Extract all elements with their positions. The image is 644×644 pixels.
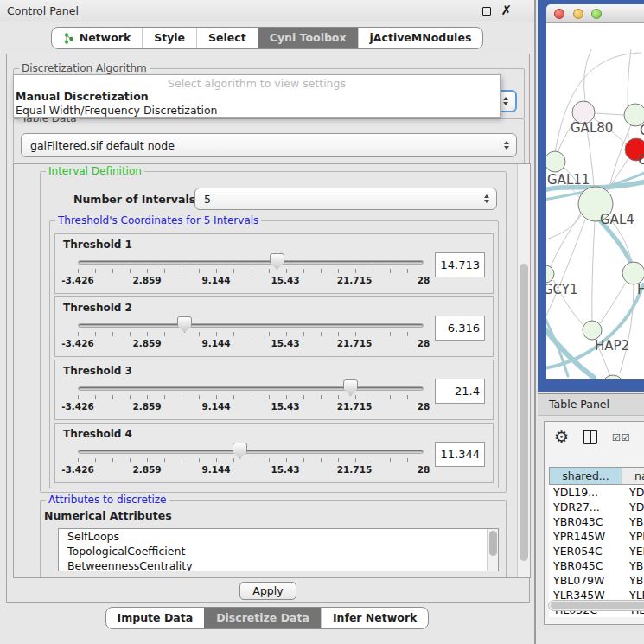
tab-cyni-toolbox[interactable]: Cyni Toolbox xyxy=(258,28,358,48)
edge xyxy=(592,221,595,321)
algorithm-dropdown-popup: Select algorithm to view settings Manual… xyxy=(13,74,501,118)
numerical-attributes-list[interactable]: SelfLoops TopologicalCoefficient Between… xyxy=(58,528,499,571)
tab-jactivemnodules[interactable]: jActiveMNodules xyxy=(358,28,483,48)
table-data-value: galFiltered.sif default node xyxy=(30,139,175,152)
threshold-4-slider: -3.426 2.859 9.144 21.715 15.43 28 xyxy=(78,424,424,482)
threshold-2-box: Threshold 2 -3.426 2.859 9.144 15.43 xyxy=(54,296,494,357)
interval-definition-group: Interval Definition Number of Intervals … xyxy=(40,171,507,493)
node-label: C xyxy=(638,152,644,168)
settings-scrollbar[interactable] xyxy=(517,164,530,577)
spinner-icon xyxy=(503,97,508,105)
network-canvas[interactable]: GAL80 G C GAL11 GAL4 GCY1 H HAP2 xyxy=(546,23,644,379)
list-scrollbar[interactable] xyxy=(487,529,498,571)
slider-scale-labels: -3.426 2.859 9.144 15.43 21.715 28 xyxy=(78,338,424,349)
interval-definition-title: Interval Definition xyxy=(46,165,144,177)
dropdown-hint: Select algorithm to view settings xyxy=(14,77,500,90)
node-label: GAL80 xyxy=(571,120,613,136)
threshold-1-value-field[interactable]: 14.713 xyxy=(435,252,485,277)
float-window-icon[interactable] xyxy=(482,7,491,16)
tab-style[interactable]: Style xyxy=(142,28,196,48)
network-window-titlebar[interactable] xyxy=(546,4,644,23)
slider-ticks xyxy=(78,332,424,336)
slider-ticks xyxy=(78,395,424,399)
table-row[interactable]: YER054CYER0 xyxy=(549,544,644,558)
slider-track[interactable] xyxy=(78,260,424,265)
table-row[interactable]: YBR043CYBR0 xyxy=(549,514,644,529)
bottom-tab-strip: Impute Data Discretize Data Infer Networ… xyxy=(0,607,534,629)
cyni-toolbox-content: Discretization Algorithm Select algorith… xyxy=(6,54,530,603)
algorithm-group-title: Discretization Algorithm xyxy=(19,62,150,74)
spinner-icon xyxy=(504,141,509,150)
slider-ticks xyxy=(78,269,424,273)
window-title: Control Panel xyxy=(7,0,79,22)
apply-button[interactable]: Apply xyxy=(239,582,296,600)
num-intervals-label: Number of Intervals xyxy=(73,193,195,206)
node-label: GAL4 xyxy=(600,212,634,227)
dropdown-option-equal-width[interactable]: Equal Width/Frequency Discretization xyxy=(16,104,498,118)
threshold-1-box: Threshold 1 -3.426 2.859 9.144 15.43 xyxy=(54,233,494,294)
threshold-4-value-field[interactable]: 11.344 xyxy=(435,442,485,467)
table-data-combobox[interactable]: galFiltered.sif default node xyxy=(21,133,517,157)
close-light-icon[interactable] xyxy=(554,9,564,19)
threshold-1-slider: -3.426 2.859 9.144 15.43 21.715 28 xyxy=(78,234,424,293)
attributes-group: Attributes to discretize Numerical Attri… xyxy=(40,500,507,578)
column-header-shared-name[interactable]: shared... xyxy=(549,467,622,485)
list-item[interactable]: BetweennessCentrality xyxy=(59,558,498,571)
split-panel-icon[interactable] xyxy=(583,430,597,444)
slider-scale-labels: -3.426 2.859 9.144 21.715 15.43 28 xyxy=(78,464,424,475)
node-gal11[interactable] xyxy=(546,151,565,172)
dropdown-option-manual[interactable]: Manual Discretization xyxy=(16,90,498,104)
slider-thumb[interactable] xyxy=(270,253,284,270)
list-item[interactable]: SelfLoops xyxy=(59,529,498,544)
table-horizontal-scrollbar[interactable] xyxy=(548,600,644,611)
threshold-2-value-field[interactable]: 6.316 xyxy=(435,316,485,341)
gear-icon[interactable]: ⚙ xyxy=(554,427,569,446)
close-icon[interactable]: ✗ xyxy=(501,3,512,18)
tab-network[interactable]: Network xyxy=(52,28,143,48)
table-row[interactable]: YPR145WYPR1 xyxy=(549,529,644,544)
top-tab-strip: Network Style Select Cyni Toolbox jActiv… xyxy=(0,27,534,49)
minimize-light-icon[interactable] xyxy=(573,9,583,19)
slider-track[interactable] xyxy=(78,323,424,328)
thresholds-group: Threshold's Coordinates for 5 Intervals … xyxy=(49,220,499,488)
node-label: HAP2 xyxy=(595,338,629,354)
control-panel-titlebar: Control Panel ✗ xyxy=(0,0,534,22)
tab-impute-data[interactable]: Impute Data xyxy=(106,608,205,628)
network-window: GAL80 G C GAL11 GAL4 GCY1 H HAP2 xyxy=(538,0,644,392)
table-row[interactable]: YBR045CYBR0 xyxy=(549,558,644,573)
table-row[interactable]: YDR27...YDR2 xyxy=(549,500,644,514)
threshold-3-value-field[interactable]: 21.4 xyxy=(435,379,485,404)
node-label: GCY1 xyxy=(546,282,578,297)
column-header-name[interactable]: na xyxy=(622,467,644,485)
edge xyxy=(546,215,581,239)
table-panel-header: Table Panel xyxy=(538,393,644,416)
edge xyxy=(595,113,624,115)
table-row[interactable]: YDL19...YDL1 xyxy=(549,485,644,500)
node-partial-bottom[interactable] xyxy=(602,375,624,379)
node-label: GAL11 xyxy=(547,172,590,188)
node-hap2[interactable] xyxy=(583,321,602,340)
threshold-3-slider: -3.426 2.859 9.144 15.43 21.715 28 xyxy=(78,360,424,419)
edge xyxy=(584,49,591,101)
numerical-attributes-label: Numerical Attributes xyxy=(44,509,172,522)
slider-thumb[interactable] xyxy=(177,316,192,333)
num-intervals-combobox[interactable]: 5 xyxy=(194,188,497,210)
table-panel-title: Table Panel xyxy=(549,394,609,415)
slider-thumb[interactable] xyxy=(343,379,358,396)
tab-infer-network[interactable]: Infer Network xyxy=(321,608,429,628)
network-icon xyxy=(63,33,74,44)
tab-discretize-data[interactable]: Discretize Data xyxy=(204,608,321,628)
checked-boxes-icon[interactable]: ☑☑ xyxy=(612,432,631,443)
slider-thumb[interactable] xyxy=(233,443,247,459)
edge xyxy=(620,284,634,373)
slider-scale-labels: -3.426 2.859 9.144 15.43 21.715 28 xyxy=(78,275,424,286)
tab-select[interactable]: Select xyxy=(196,28,258,48)
slider-track[interactable] xyxy=(78,386,424,391)
threshold-2-slider: -3.426 2.859 9.144 15.43 21.715 28 xyxy=(78,297,424,356)
table-row[interactable]: YBL079WYBL0 xyxy=(549,573,644,588)
zoom-light-icon[interactable] xyxy=(591,9,602,19)
attributes-group-title: Attributes to discretize xyxy=(46,494,169,506)
slider-track[interactable] xyxy=(78,450,424,454)
node-gcy1[interactable] xyxy=(546,265,554,283)
list-item[interactable]: TopologicalCoefficient xyxy=(59,544,498,558)
